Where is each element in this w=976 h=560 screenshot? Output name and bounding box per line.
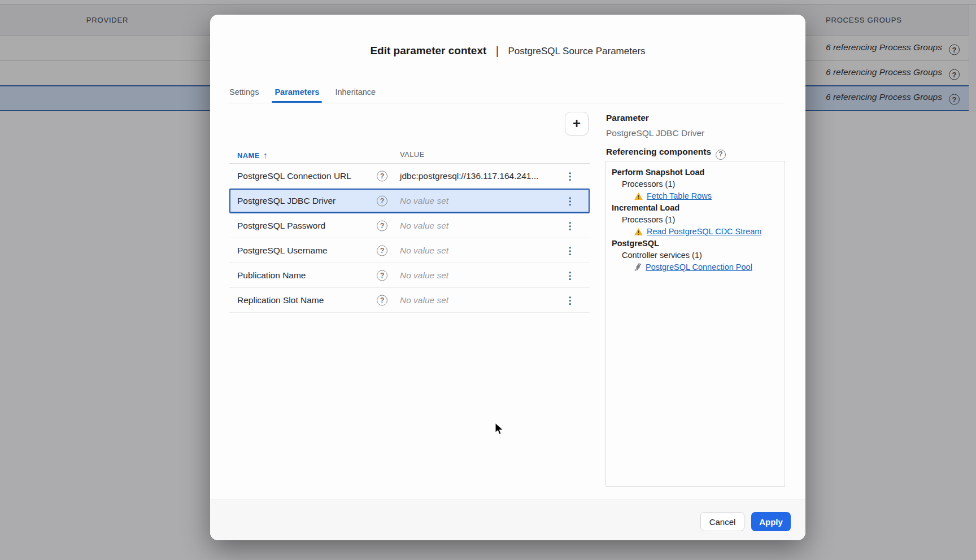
tab-inheritance[interactable]: Inheritance [327,82,384,102]
referencing-component-item: Fetch Table Rows [612,190,779,202]
sort-ascending-icon: ↑ [263,150,268,160]
referencing-components-box: Perform Snapshot LoadProcessors (1)Fetch… [605,161,785,487]
referencing-component-link[interactable]: Read PostgreSQL CDC Stream [647,226,761,238]
parameter-value: No value set [400,196,448,206]
referencing-component-link[interactable]: Fetch Table Rows [647,190,712,202]
dialog-tabs: SettingsParametersInheritance [221,82,384,102]
warning-icon [634,228,643,235]
parameter-help-icon[interactable]: ? [377,295,387,305]
parameter-help-icon[interactable]: ? [377,245,387,256]
parameter-name: PostgreSQL Connection URL [237,171,351,181]
parameter-value: No value set [400,221,448,231]
row-menu-icon[interactable]: ⋮ [564,294,576,306]
help-icon[interactable]: ? [716,150,726,160]
referencing-component-item: PostgreSQL Connection Pool [612,261,779,273]
add-parameter-button[interactable]: + [565,112,589,135]
parameter-value: No value set [400,270,448,281]
process-group-name: PostgreSQL [612,238,779,250]
parameter-table: NAME↑ VALUE PostgreSQL Connection URL?jd… [229,146,590,313]
dialog-subtitle: PostgreSQL Source Parameters [508,46,645,56]
parameter-row[interactable]: PostgreSQL Username?No value set⋮ [229,238,590,263]
parameter-panel-label: Parameter [606,113,649,123]
component-section-label: Controller services (1) [612,250,779,261]
parameter-row[interactable]: PostgreSQL Connection URL?jdbc:postgresq… [229,164,590,189]
referencing-component-link[interactable]: PostgreSQL Connection Pool [646,261,752,273]
row-menu-icon[interactable]: ⋮ [564,220,576,231]
parameter-help-icon[interactable]: ? [377,270,387,281]
row-menu-icon[interactable]: ⋮ [564,269,576,281]
row-menu-icon[interactable]: ⋮ [564,244,576,256]
parameter-name: Replication Slot Name [237,295,324,305]
parameter-value: No value set [400,295,448,305]
dialog-title-row: Edit parameter context | PostgreSQL Sour… [210,44,805,57]
parameter-table-header: NAME↑ VALUE [229,146,590,164]
parameter-help-icon[interactable]: ? [377,220,387,231]
disabled-service-icon [634,263,642,272]
process-group-name: Perform Snapshot Load [612,167,779,178]
component-section-label: Processors (1) [612,214,779,226]
cancel-button[interactable]: Cancel [700,512,744,531]
parameter-panel-value: PostgreSQL JDBC Driver [606,128,704,138]
parameter-name: Publication Name [237,270,306,281]
dialog-footer: Cancel Apply [210,500,805,540]
edit-parameter-context-dialog: Edit parameter context | PostgreSQL Sour… [210,15,805,540]
warning-icon [634,193,643,200]
parameter-value: No value set [400,246,448,256]
title-separator: | [496,45,499,57]
process-group-name: Incremental Load [612,202,779,214]
component-section-label: Processors (1) [612,178,779,190]
warning-icon [634,193,643,200]
parameter-value: jdbc:postgresql://136.117.164.241... [400,171,538,181]
warning-icon [634,228,643,235]
apply-button[interactable]: Apply [751,512,791,531]
parameter-help-icon[interactable]: ? [377,170,387,181]
parameter-row[interactable]: PostgreSQL Password?No value set⋮ [229,213,590,238]
column-header-value[interactable]: VALUE [400,150,425,159]
parameter-help-icon[interactable]: ? [377,195,387,206]
parameter-name: PostgreSQL JDBC Driver [237,196,336,206]
row-menu-icon[interactable]: ⋮ [564,170,576,182]
tab-parameters[interactable]: Parameters [267,82,327,102]
tab-settings[interactable]: Settings [221,82,267,102]
parameter-name: PostgreSQL Username [237,246,328,256]
parameter-name: PostgreSQL Password [237,221,325,231]
column-header-name[interactable]: NAME↑ [237,150,268,160]
referencing-component-item: Read PostgreSQL CDC Stream [612,226,779,238]
row-menu-icon[interactable]: ⋮ [564,195,576,207]
dialog-title: Edit parameter context [370,45,486,56]
parameter-row[interactable]: Publication Name?No value set⋮ [229,263,590,288]
parameter-row-selected[interactable]: PostgreSQL JDBC Driver?No value set⋮ [229,189,590,213]
disabled-service-icon [634,263,642,272]
parameter-table-rows: PostgreSQL Connection URL?jdbc:postgresq… [229,164,590,313]
tabs-divider [229,103,785,103]
referencing-components-label: Referencing components? [606,147,726,160]
parameter-row[interactable]: Replication Slot Name?No value set⋮ [229,288,590,313]
